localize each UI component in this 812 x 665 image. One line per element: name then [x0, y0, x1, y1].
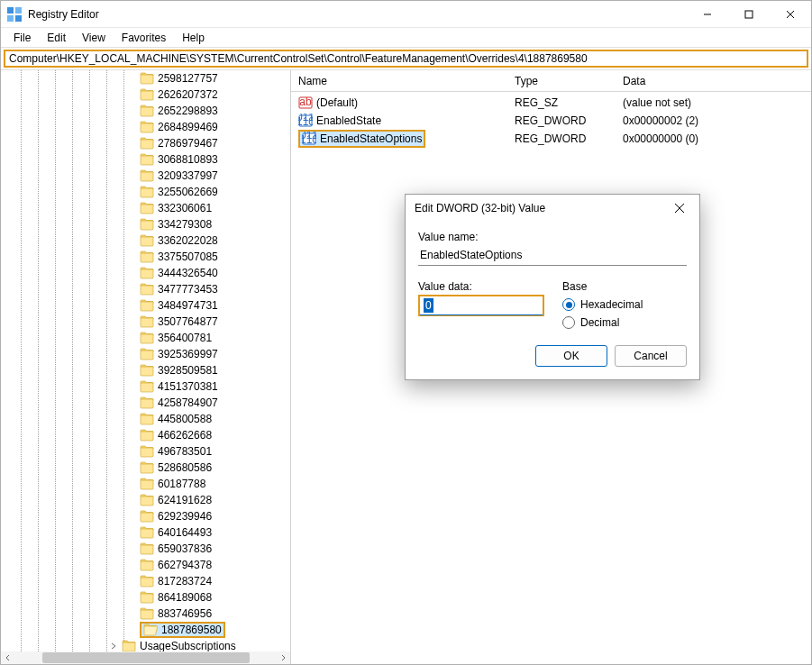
folder-icon	[140, 234, 154, 247]
app-window: Registry Editor File Edit View Favorites…	[0, 0, 812, 665]
tree-item[interactable]: 4151370381	[1, 378, 290, 395]
tree-item[interactable]: 3925369997	[1, 346, 290, 362]
folder-icon	[140, 169, 154, 182]
tree-item[interactable]: 3444326540	[1, 265, 290, 281]
folder-icon	[140, 461, 154, 474]
tree-item-selected[interactable]: 1887869580	[1, 622, 290, 638]
tree-item-label: 817283724	[158, 575, 212, 588]
folder-icon	[140, 267, 154, 279]
tree-item[interactable]: 3375507085	[1, 249, 290, 265]
dialog-close-button[interactable]	[669, 197, 690, 219]
tree-item-label: 624191628	[158, 494, 212, 506]
folder-icon	[140, 348, 154, 360]
tree-item[interactable]: 659037836	[1, 541, 290, 557]
radio-hex[interactable]: Hexadecimal	[562, 298, 687, 311]
tree-item[interactable]: 496783501	[1, 443, 290, 460]
tree-item-label: 356400781	[158, 332, 212, 344]
svg-text:110: 110	[302, 133, 316, 146]
svg-text:110: 110	[298, 115, 313, 128]
tree-item[interactable]: 4258784907	[1, 395, 290, 411]
cancel-button[interactable]: Cancel	[615, 345, 687, 367]
tree-item[interactable]: 817283724	[1, 573, 290, 589]
tree-item[interactable]: 3477773453	[1, 281, 290, 297]
tree-item[interactable]: 528680586	[1, 460, 290, 476]
folder-icon	[140, 105, 154, 117]
tree-item[interactable]: 356400781	[1, 330, 290, 346]
menu-view[interactable]: View	[75, 30, 113, 46]
tree-pane[interactable]: 2598127757262620737226522988932684899469…	[1, 70, 291, 664]
tree-item[interactable]: 3068810893	[1, 151, 290, 168]
tree-item[interactable]: 332306061	[1, 200, 290, 216]
address-bar[interactable]: Computer\HKEY_LOCAL_MACHINE\SYSTEM\Curre…	[4, 50, 808, 68]
tree-item[interactable]: 60187788	[1, 476, 290, 492]
col-type[interactable]: Type	[507, 75, 616, 87]
value-row[interactable]: 011110EnabledStateOptionsREG_DWORD0x0000…	[291, 130, 811, 148]
app-icon	[6, 6, 23, 23]
tree-item-label: 640164493	[158, 526, 212, 539]
tree-item-label: 3362022028	[158, 234, 218, 247]
value-name-field[interactable]: EnabledStateOptions	[418, 245, 687, 266]
folder-icon	[140, 591, 154, 604]
col-name[interactable]: Name	[291, 75, 507, 87]
tree-item[interactable]: 624191628	[1, 492, 290, 508]
col-data[interactable]: Data	[616, 75, 811, 87]
folder-icon	[140, 494, 154, 506]
menu-favorites[interactable]: Favorites	[114, 30, 173, 46]
value-data-field[interactable]: 0	[418, 295, 544, 316]
tree-item[interactable]: 2684899469	[1, 119, 290, 135]
tree-item[interactable]: 3507764877	[1, 314, 290, 330]
folder-icon	[140, 478, 154, 490]
tree-item[interactable]: 3209337997	[1, 168, 290, 184]
tree-item[interactable]: 640164493	[1, 524, 290, 541]
tree-item-label: 2786979467	[158, 137, 218, 150]
address-bar-container: Computer\HKEY_LOCAL_MACHINE\SYSTEM\Curre…	[1, 48, 811, 70]
scroll-left-icon[interactable]	[1, 651, 15, 664]
value-row[interactable]: 011110EnabledStateREG_DWORD0x00000002 (2…	[291, 112, 811, 130]
close-button[interactable]	[770, 1, 811, 27]
menu-help[interactable]: Help	[175, 30, 212, 46]
tree-item[interactable]: 2786979467	[1, 135, 290, 151]
tree-item[interactable]: 3484974731	[1, 297, 290, 314]
tree-item[interactable]: 466262668	[1, 427, 290, 443]
folder-icon	[140, 396, 154, 409]
tree-item-label: 466262668	[158, 429, 212, 442]
window-title: Registry Editor	[28, 8, 687, 21]
maximize-button[interactable]	[728, 1, 770, 27]
tree-item[interactable]: 629239946	[1, 508, 290, 524]
tree-item[interactable]: 2652298893	[1, 103, 290, 119]
folder-icon	[140, 72, 154, 85]
menu-file[interactable]: File	[6, 30, 38, 46]
tree-item[interactable]: 864189068	[1, 589, 290, 606]
folder-icon	[140, 251, 154, 263]
svg-rect-3	[15, 15, 22, 22]
value-data-selection: 0	[424, 298, 433, 313]
values-list[interactable]: ab(Default)REG_SZ(value not set)011110En…	[291, 92, 811, 148]
minimize-button[interactable]	[687, 1, 728, 27]
tree-item-label: 3925369997	[158, 348, 218, 360]
value-row[interactable]: ab(Default)REG_SZ(value not set)	[291, 94, 811, 112]
tree-item[interactable]: 3928509581	[1, 362, 290, 378]
tree-item[interactable]: 662794378	[1, 557, 290, 573]
menu-edit[interactable]: Edit	[40, 30, 73, 46]
tree-item[interactable]: 3255062669	[1, 184, 290, 200]
tree-item[interactable]: 2598127757	[1, 70, 290, 87]
folder-icon	[140, 283, 154, 296]
tree-item[interactable]: 883746956	[1, 606, 290, 622]
svg-rect-2	[7, 15, 14, 22]
folder-icon	[122, 640, 136, 652]
chevron-right-icon[interactable]	[109, 641, 120, 651]
ok-button[interactable]: OK	[535, 345, 607, 367]
menubar: File Edit View Favorites Help	[1, 28, 811, 48]
tree-item-label: 883746956	[158, 607, 212, 620]
tree-item[interactable]: 3362022028	[1, 232, 290, 249]
tree-item[interactable]: 2626207372	[1, 87, 290, 103]
folder-icon	[140, 364, 154, 377]
tree-item[interactable]: 445800588	[1, 411, 290, 427]
tree-item-label: 3928509581	[158, 364, 218, 377]
folder-icon	[140, 299, 154, 312]
tree-item[interactable]: 334279308	[1, 216, 290, 232]
scroll-right-icon[interactable]	[276, 651, 290, 664]
tree-hscrollbar[interactable]	[1, 651, 290, 664]
folder-icon	[140, 510, 154, 523]
radio-dec[interactable]: Decimal	[562, 316, 687, 329]
